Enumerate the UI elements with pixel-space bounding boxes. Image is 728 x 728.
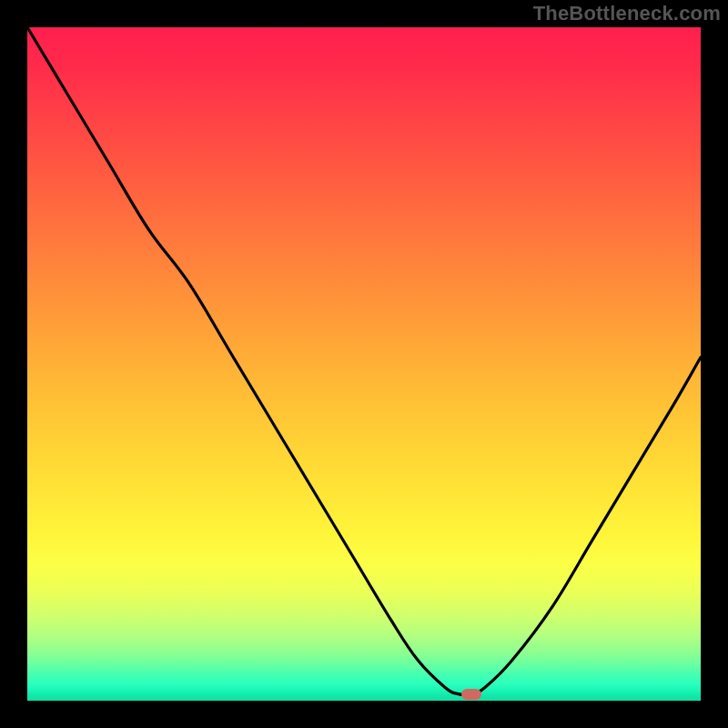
bottleneck-curve — [27, 27, 701, 701]
plot-area — [27, 27, 701, 701]
optimal-marker — [461, 689, 481, 700]
watermark-text: TheBottleneck.com — [533, 2, 721, 25]
chart-frame: TheBottleneck.com — [0, 0, 728, 728]
